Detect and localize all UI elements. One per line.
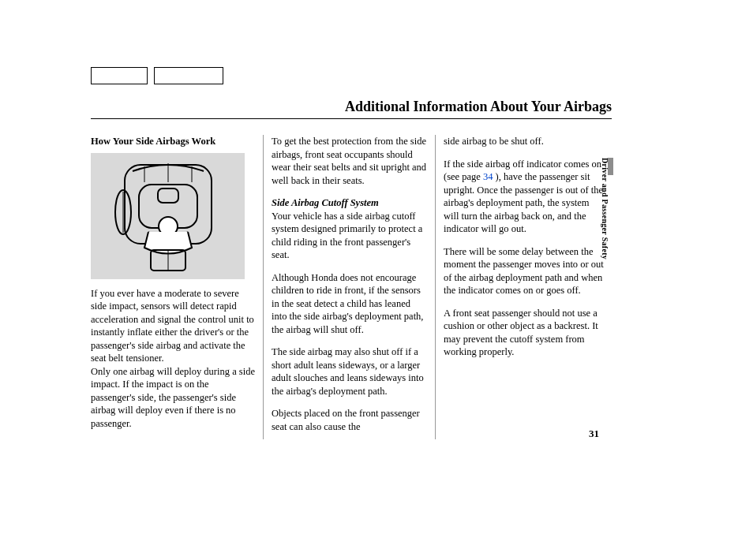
page-title: Additional Information About Your Airbag… [91, 99, 612, 119]
col2-paragraph-3: Although Honda does not encourage childr… [272, 271, 427, 337]
seat-airbag-diagram [91, 153, 245, 279]
column-1: How Your Side Airbags Work [91, 135, 263, 439]
manual-page: Additional Information About Your Airbag… [91, 67, 612, 439]
col2-paragraph-1: To get the best protection from the side… [272, 135, 427, 187]
col2-paragraph-5: Objects placed on the front passenger se… [272, 407, 427, 433]
col3-paragraph-3: There will be some delay between the mom… [444, 245, 607, 297]
nav-button-1[interactable] [91, 67, 148, 84]
seat-top-view-icon [101, 157, 235, 275]
nav-button-row [91, 67, 612, 84]
col1-subhead: How Your Side Airbags Work [91, 135, 255, 148]
col1-paragraph-1: If you ever have a moderate to severe si… [91, 287, 255, 365]
col3-paragraph-4: A front seat passenger should not use a … [444, 307, 607, 359]
section-side-label: Driver and Passenger Safety [601, 158, 609, 259]
col2-subhead: Side Airbag Cutoff System [272, 196, 427, 210]
col1-paragraph-2: Only one airbag will deploy during a sid… [91, 365, 255, 431]
col2-paragraph-4: The side airbag may also shut off if a s… [272, 345, 427, 398]
column-3: side airbag to be shut off. If the side … [435, 135, 607, 439]
svg-rect-2 [158, 189, 178, 203]
col2-paragraph-2: Your vehicle has a side airbag cutoff sy… [272, 210, 427, 262]
page-number: 31 [589, 427, 599, 440]
nav-button-2[interactable] [154, 67, 223, 84]
col3-paragraph-1: side airbag to be shut off. [444, 135, 607, 148]
content-columns: How Your Side Airbags Work [91, 135, 612, 439]
col3-paragraph-2: If the side airbag off indicator comes o… [444, 158, 607, 236]
column-2: To get the best protection from the side… [263, 135, 435, 439]
page-link-34[interactable]: 34 [483, 171, 493, 182]
section-side-tab: Driver and Passenger Safety [601, 158, 613, 308]
